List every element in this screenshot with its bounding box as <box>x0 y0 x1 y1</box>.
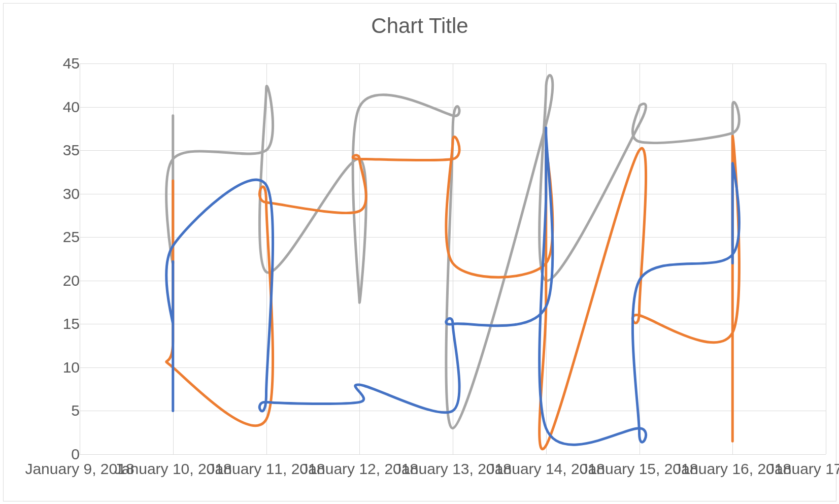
chart-title: Chart Title <box>4 14 836 38</box>
y-tick-label: 30 <box>39 185 80 203</box>
y-tick-label: 15 <box>39 315 80 332</box>
gridline-vertical <box>826 63 826 454</box>
y-tick-label: 40 <box>39 98 80 116</box>
y-tick-label: 20 <box>39 272 80 289</box>
plot-area <box>80 63 826 454</box>
series-line-3 <box>166 75 740 428</box>
y-tick-label: 10 <box>39 359 80 376</box>
y-tick-label: 35 <box>39 142 80 159</box>
gridline-horizontal <box>80 454 826 455</box>
y-tick-label: 25 <box>39 228 80 246</box>
y-tick-label: 5 <box>39 402 80 419</box>
y-tick-label: 45 <box>39 55 80 72</box>
series-svg <box>80 63 826 454</box>
x-tick-label: January 17, 2018 <box>767 460 839 478</box>
chart-container: Chart Title 051015202530354045 January 9… <box>3 3 836 501</box>
series-line-2 <box>166 136 740 449</box>
